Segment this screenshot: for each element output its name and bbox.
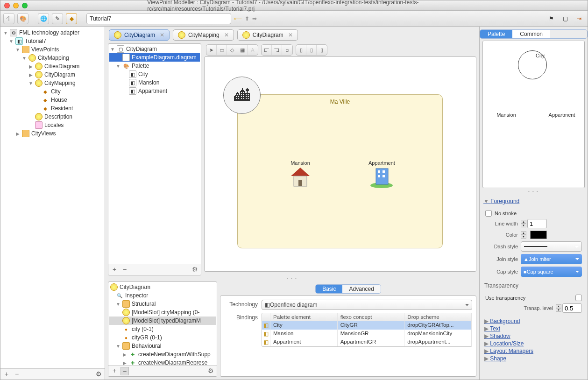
technology-select[interactable]: ◧ Openflexo diagram xyxy=(262,300,472,310)
align-left-icon[interactable]: ⫍ xyxy=(262,45,272,55)
shadow-section[interactable]: Shadow xyxy=(482,332,585,340)
no-stroke-checkbox[interactable] xyxy=(485,210,492,217)
editor-area: CityDiagram✕ CityMapping✕ CityDiagram✕ ▼… xyxy=(105,27,479,380)
close-icon[interactable]: ✕ xyxy=(288,32,293,38)
viewpoint-icon xyxy=(28,54,36,62)
palette-canvas[interactable]: City Mansion Appartment xyxy=(482,41,585,188)
concept-tree-panel: CityDiagram 🔍Inspector ▼Structural [Mode… xyxy=(108,281,217,377)
folder-icon xyxy=(122,300,130,308)
palette-mansion-shape[interactable]: Mansion xyxy=(492,112,520,118)
palette-tab[interactable]: Palette xyxy=(480,30,512,38)
shape-tool[interactable]: ▦ xyxy=(237,45,248,55)
settings-icon[interactable]: ⚙ xyxy=(191,266,199,274)
layout-managers-section[interactable]: Layout Managers xyxy=(482,347,585,355)
expand-icon[interactable] xyxy=(3,13,14,24)
transp-level-field[interactable] xyxy=(562,303,582,313)
project-icon: ◧ xyxy=(15,37,23,45)
exit-icon[interactable]: ⇥ xyxy=(574,13,585,24)
window-icon[interactable]: ▢ xyxy=(560,13,571,24)
add-button[interactable]: + xyxy=(2,370,11,379)
folder-icon xyxy=(22,46,29,53)
lasso-tool[interactable]: ◇ xyxy=(227,45,237,55)
desc-icon xyxy=(35,113,43,120)
diagram-vp-icon xyxy=(35,71,43,78)
nav-up-icon[interactable]: ⬆ xyxy=(245,15,249,22)
dist-right-icon[interactable]: ▯ xyxy=(317,45,327,55)
close-window-button[interactable] xyxy=(4,3,10,8)
palette-appartment-shape[interactable]: Appartment xyxy=(545,112,579,118)
module-icon[interactable]: ◆ xyxy=(66,13,77,24)
city-shape[interactable]: Ma Ville Mansion Appartment xyxy=(237,94,443,248)
minimize-window-button[interactable] xyxy=(13,3,19,8)
close-icon[interactable]: ✕ xyxy=(224,32,229,38)
table-row[interactable]: ◧CityCityGRdropCityGRAtTop... xyxy=(262,321,472,330)
city-icon[interactable]: 🏙 xyxy=(223,77,261,114)
edit-icon[interactable]: ✎ xyxy=(52,13,63,24)
address-field[interactable]: Tutorial7 xyxy=(86,13,231,24)
globe-icon[interactable]: 🌐 xyxy=(38,13,49,24)
tab-citymapping[interactable]: CityMapping✕ xyxy=(173,29,234,41)
tab-citydiagram-2[interactable]: CityDiagram✕ xyxy=(237,29,298,41)
pointer-tool[interactable]: ➤ xyxy=(206,45,217,55)
concept-tree[interactable]: CityDiagram 🔍Inspector ▼Structural [Mode… xyxy=(108,282,217,365)
transp-level-stepper[interactable]: ▲▼ xyxy=(556,303,582,313)
view-mode-segment: Basic Advanced xyxy=(315,284,381,294)
tab-icon xyxy=(242,31,250,39)
diagram-canvas[interactable]: Ma Ville Mansion Appartment � xyxy=(204,56,476,272)
transparency-checkbox[interactable] xyxy=(575,295,582,301)
concept-icon: ◆ xyxy=(42,105,49,112)
advanced-tab[interactable]: Advanced xyxy=(342,285,380,293)
close-icon[interactable]: ✕ xyxy=(160,32,164,38)
settings-icon[interactable]: ⚙ xyxy=(206,367,215,375)
palette-icon: 🎨 xyxy=(122,62,130,70)
palette-icon[interactable]: 🎨 xyxy=(17,13,28,24)
add-button[interactable]: + xyxy=(110,266,119,274)
remove-button[interactable]: − xyxy=(13,370,21,379)
palette-city-shape[interactable]: City xyxy=(518,50,547,79)
dist-middle-icon[interactable]: ▯ xyxy=(306,45,317,55)
remove-button[interactable]: − xyxy=(120,367,129,375)
project-tree[interactable]: ▼⚙FML technology adapter ▼◧Tutorial7 ▼Vi… xyxy=(0,27,105,368)
line-width-field[interactable] xyxy=(527,219,547,228)
nav-back-icon[interactable]: ⟵ xyxy=(234,15,242,22)
cap-style-select[interactable]: ■ Cap square xyxy=(521,267,582,277)
basic-tab[interactable]: Basic xyxy=(316,285,342,293)
align-center-icon[interactable]: ⫎ xyxy=(272,45,282,55)
split-handle[interactable]: • • • xyxy=(105,275,479,281)
line-width-stepper[interactable]: ▲▼ xyxy=(521,219,547,228)
house-icon xyxy=(289,166,312,188)
shape-section[interactable]: Shape xyxy=(482,355,585,362)
add-button[interactable]: + xyxy=(110,367,119,375)
tab-citydiagram-active[interactable]: CityDiagram✕ xyxy=(109,29,170,41)
dist-left-icon[interactable]: ▯ xyxy=(296,45,306,55)
transparency-section: Transparency xyxy=(482,281,585,290)
text-tool[interactable]: A xyxy=(248,45,258,55)
rect-select-tool[interactable]: ▭ xyxy=(217,45,227,55)
bindings-table[interactable]: Palette elementflexo conceptDrop scheme … xyxy=(262,313,472,347)
location-size-section[interactable]: Location/Size xyxy=(482,340,585,347)
common-tab[interactable]: Common xyxy=(512,30,550,38)
city-label: Ma Ville xyxy=(330,99,350,105)
remove-button[interactable]: − xyxy=(120,266,129,274)
foreground-section[interactable]: Foreground xyxy=(482,197,585,205)
settings-icon[interactable]: ⚙ xyxy=(94,370,103,379)
palette-inspector-pane: Palette Common City Mansion Appartment •… xyxy=(479,27,588,380)
svg-rect-4 xyxy=(376,169,388,184)
table-row[interactable]: ◧MansionMansionGRdropMansionInCity xyxy=(262,330,472,338)
dash-style-select[interactable] xyxy=(521,241,582,252)
background-section[interactable]: Background xyxy=(482,317,585,325)
table-row[interactable]: ◧AppartmentAppartmentGRdropAppartment... xyxy=(262,338,472,346)
join-style-select[interactable]: ▲ Join miter xyxy=(521,254,582,264)
split-handle[interactable]: • • • xyxy=(480,188,588,194)
adapter-icon: ⚙ xyxy=(10,29,17,36)
align-right-icon[interactable]: ⫐ xyxy=(282,45,292,55)
appartment-shape[interactable]: Appartment xyxy=(368,160,395,190)
zoom-window-button[interactable] xyxy=(22,3,28,8)
outline-tree[interactable]: ▼▢CityDiagram ▢ExampleDiagram.diagram ▼🎨… xyxy=(108,44,201,264)
mansion-shape[interactable]: Mansion xyxy=(289,160,312,190)
palette-tabs: Palette Common xyxy=(480,29,588,39)
nav-forward-icon[interactable]: ➡ xyxy=(252,15,257,22)
flag-icon[interactable]: ⚑ xyxy=(545,13,557,24)
color-swatch[interactable] xyxy=(530,231,547,239)
text-section[interactable]: Text xyxy=(482,325,585,332)
